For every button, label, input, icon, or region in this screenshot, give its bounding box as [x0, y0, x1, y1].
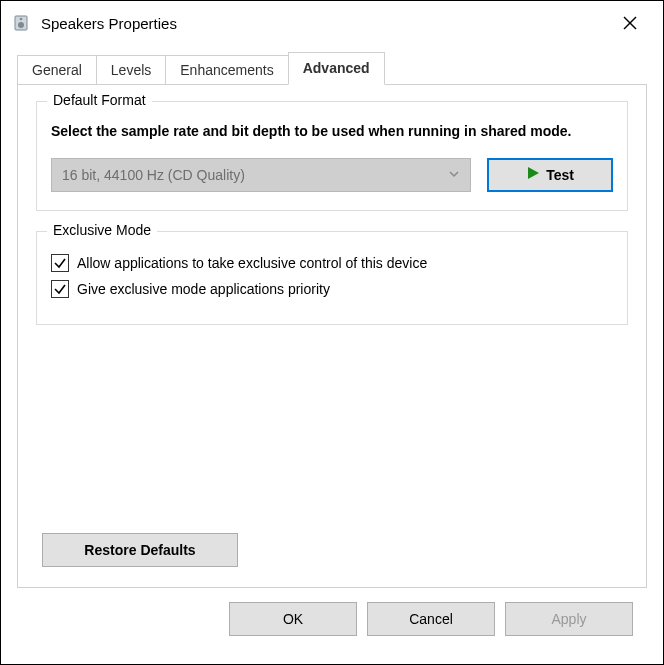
dialog-footer: OK Cancel Apply — [17, 588, 647, 636]
svg-marker-5 — [528, 167, 539, 179]
chevron-down-icon — [448, 167, 460, 183]
checkbox-icon — [51, 280, 69, 298]
sample-rate-combo[interactable]: 16 bit, 44100 Hz (CD Quality) — [51, 158, 471, 192]
checkbox-allow-exclusive[interactable]: Allow applications to take exclusive con… — [51, 254, 613, 272]
tab-enhancements[interactable]: Enhancements — [166, 55, 288, 85]
group-default-format: Default Format Select the sample rate an… — [36, 101, 628, 211]
apply-label: Apply — [551, 611, 586, 627]
checkbox-exclusive-priority[interactable]: Give exclusive mode applications priorit… — [51, 280, 613, 298]
sample-rate-selected: 16 bit, 44100 Hz (CD Quality) — [62, 167, 245, 183]
speaker-app-icon — [13, 13, 33, 33]
group-exclusive-mode: Exclusive Mode Allow applications to tak… — [36, 231, 628, 325]
play-icon — [526, 166, 540, 183]
cancel-button[interactable]: Cancel — [367, 602, 495, 636]
tab-levels[interactable]: Levels — [97, 55, 166, 85]
group-exclusive-mode-title: Exclusive Mode — [47, 222, 157, 238]
group-default-format-title: Default Format — [47, 92, 152, 108]
restore-defaults-label: Restore Defaults — [84, 542, 195, 558]
ok-label: OK — [283, 611, 303, 627]
svg-point-2 — [20, 18, 23, 21]
tab-strip: General Levels Enhancements Advanced — [17, 55, 647, 85]
ok-button[interactable]: OK — [229, 602, 357, 636]
tab-general[interactable]: General — [17, 55, 97, 85]
checkbox-icon — [51, 254, 69, 272]
tab-advanced[interactable]: Advanced — [288, 52, 385, 85]
titlebar: Speakers Properties — [3, 3, 661, 43]
restore-defaults-button[interactable]: Restore Defaults — [42, 533, 238, 567]
test-button-label: Test — [546, 167, 574, 183]
cancel-label: Cancel — [409, 611, 453, 627]
window-title: Speakers Properties — [41, 15, 607, 32]
apply-button[interactable]: Apply — [505, 602, 633, 636]
checkbox-exclusive-priority-label: Give exclusive mode applications priorit… — [77, 281, 330, 297]
test-button[interactable]: Test — [487, 158, 613, 192]
checkbox-allow-exclusive-label: Allow applications to take exclusive con… — [77, 255, 427, 271]
svg-point-1 — [18, 22, 24, 28]
close-button[interactable] — [607, 7, 653, 39]
tab-panel-advanced: Default Format Select the sample rate an… — [17, 84, 647, 588]
default-format-description: Select the sample rate and bit depth to … — [51, 122, 613, 142]
